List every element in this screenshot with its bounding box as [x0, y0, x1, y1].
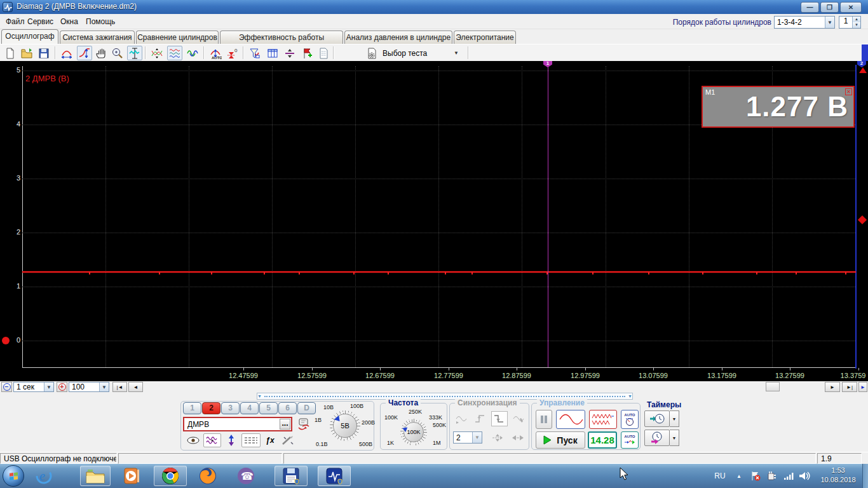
tray-flag-icon[interactable]: [749, 464, 763, 488]
volts-label[interactable]: 100В: [350, 403, 363, 409]
collapse-icon[interactable]: ▼: [628, 394, 632, 398]
tray-clock[interactable]: 1:53 10.08.2018: [815, 466, 861, 485]
show-desktop-button[interactable]: [862, 464, 868, 488]
channel-name-input[interactable]: ДМРВ ...: [183, 417, 292, 431]
oscilloscope-plot[interactable]: 1 2 5 4 3 2 1 0 12.47599 12.57599 12.675…: [0, 61, 868, 381]
tray-language-indicator[interactable]: RU: [710, 464, 729, 488]
filter-icon[interactable]: [247, 46, 262, 60]
play-forward-button[interactable]: ►: [858, 382, 867, 392]
save-icon[interactable]: [36, 46, 51, 60]
volts-label[interactable]: 0.1В: [316, 441, 328, 447]
timer1-button[interactable]: [644, 410, 670, 427]
spin-up-icon[interactable]: ▲: [853, 17, 860, 22]
signal-bounds-icon[interactable]: [127, 46, 142, 60]
taskbar-firefox-icon[interactable]: [194, 466, 221, 486]
formula-fx-icon[interactable]: ƒx: [263, 433, 277, 447]
new-file-icon[interactable]: [3, 46, 18, 60]
time-scale-minus-button[interactable]: −: [1, 382, 12, 392]
multi-channel-icon[interactable]: [167, 46, 182, 60]
measurement-box[interactable]: M1 1.277 В ✕: [702, 86, 855, 128]
taskbar-explorer-icon[interactable]: [80, 466, 111, 486]
menu-help[interactable]: Помощь: [83, 17, 118, 27]
auto-scale-icon[interactable]: AUTO: [208, 46, 223, 60]
go-to-end-button[interactable]: ►|: [842, 382, 857, 392]
sync-falling-edge-icon[interactable]: [491, 411, 508, 426]
sync-converge-icon[interactable]: [510, 430, 526, 445]
right-level-marker-icon[interactable]: [858, 215, 867, 224]
taskbar-diamag-icon[interactable]: [318, 466, 351, 486]
taskbar-saver-icon[interactable]: [275, 466, 308, 486]
frequency-label[interactable]: 333K: [429, 414, 442, 421]
menu-windows[interactable]: Окна: [57, 17, 81, 27]
channel-6-button[interactable]: 6: [278, 402, 297, 414]
taskbar-viber-icon[interactable]: ☎: [233, 466, 259, 486]
volts-knob[interactable]: 5В: [330, 410, 360, 441]
frequency-label[interactable]: 100K: [384, 414, 398, 421]
frequency-knob[interactable]: 100K: [400, 419, 427, 445]
chevron-down-icon[interactable]: ▼: [99, 383, 109, 391]
chevron-down-icon[interactable]: ▼: [454, 50, 459, 56]
chevron-down-icon[interactable]: ▼: [825, 17, 834, 28]
channel-5-button[interactable]: 5: [259, 402, 278, 414]
channel-4-button[interactable]: 4: [240, 402, 259, 414]
sweep-select[interactable]: 100 ▼: [69, 382, 109, 392]
more-button[interactable]: ...: [280, 419, 290, 430]
cylinder-counter-spinner[interactable]: 1 ▲▼: [839, 16, 861, 29]
timer2-dropdown[interactable]: ▼: [670, 430, 679, 446]
channel-2-button[interactable]: 2: [202, 402, 220, 414]
zoom-icon[interactable]: [110, 46, 125, 60]
test-select-dropdown[interactable]: Выбор теста ▼: [362, 46, 464, 60]
channel-3-button[interactable]: 3: [221, 402, 240, 414]
table-icon[interactable]: [265, 46, 280, 60]
frequency-label[interactable]: 1K: [387, 440, 394, 446]
chevron-down-icon[interactable]: ▼: [472, 432, 482, 443]
title-bar[interactable]: Diamag 2 (ДМРВ Включение.dm2) — ❐ ✕: [0, 0, 868, 14]
tray-expand-icon[interactable]: ▲: [732, 464, 746, 488]
hand-pan-icon[interactable]: [93, 46, 109, 60]
sync-level-icon[interactable]: [489, 430, 506, 445]
zero-level-marker[interactable]: [2, 337, 10, 344]
channel-1-button[interactable]: 1: [183, 402, 201, 414]
dual-wave-icon[interactable]: [185, 46, 200, 60]
open-file-icon[interactable]: [19, 46, 34, 60]
timer1-dropdown[interactable]: ▼: [670, 410, 679, 427]
timer2-button[interactable]: [644, 430, 670, 446]
tray-volume-icon[interactable]: [797, 464, 812, 488]
taskbar-media-icon[interactable]: [118, 466, 145, 486]
stretch-horizontal-icon[interactable]: [59, 46, 74, 60]
sensor-swap-icon[interactable]: [296, 416, 311, 435]
frequency-label[interactable]: 250K: [409, 409, 422, 415]
chevron-down-icon[interactable]: ▼: [44, 383, 53, 391]
close-button[interactable]: ✕: [840, 2, 862, 13]
spin-down-icon[interactable]: ▼: [853, 22, 860, 28]
waveform-style-icon[interactable]: [203, 433, 221, 447]
time-scale-select[interactable]: 1 сек ▼: [13, 382, 54, 392]
sync-rising-edge-icon[interactable]: [472, 411, 489, 426]
sync-channel-select[interactable]: 2 ▼: [453, 431, 482, 444]
scale-updown-icon[interactable]: [224, 433, 239, 447]
tray-network-icon[interactable]: [782, 464, 796, 488]
spinner-arrows[interactable]: ▲▼: [852, 17, 860, 28]
add-marker-flag-icon[interactable]: [299, 46, 315, 60]
channel-d-button[interactable]: D: [297, 402, 316, 414]
zero-level-icon[interactable]: 0: [225, 46, 240, 60]
visibility-eye-icon[interactable]: [186, 433, 201, 447]
start-button[interactable]: Пуск: [536, 431, 585, 449]
frequency-label[interactable]: 500K: [433, 422, 446, 428]
tab-oscilloscope[interactable]: Осциллограф: [1, 29, 58, 44]
single-wave-mode-button[interactable]: [556, 410, 585, 429]
step-back-button[interactable]: ◄: [128, 382, 143, 392]
right-top-marker-icon[interactable]: [859, 67, 867, 73]
minimize-button[interactable]: —: [801, 2, 819, 13]
auto-voltmeter-button[interactable]: AUTO: [621, 410, 639, 429]
tray-device-icon[interactable]: [765, 464, 779, 488]
probe-tools-icon[interactable]: [280, 433, 296, 447]
tab-power-supply[interactable]: Электропитание: [454, 30, 516, 44]
sweep-plus-button[interactable]: +: [57, 382, 67, 392]
continuous-mode-button[interactable]: [589, 410, 617, 429]
marker2-flag[interactable]: 2: [857, 61, 866, 67]
start-button[interactable]: [3, 465, 24, 487]
tab-ignition-system[interactable]: Система зажигания: [60, 30, 135, 44]
volts-label[interactable]: 200В: [362, 419, 375, 426]
go-to-start-button[interactable]: |◄: [112, 382, 127, 392]
